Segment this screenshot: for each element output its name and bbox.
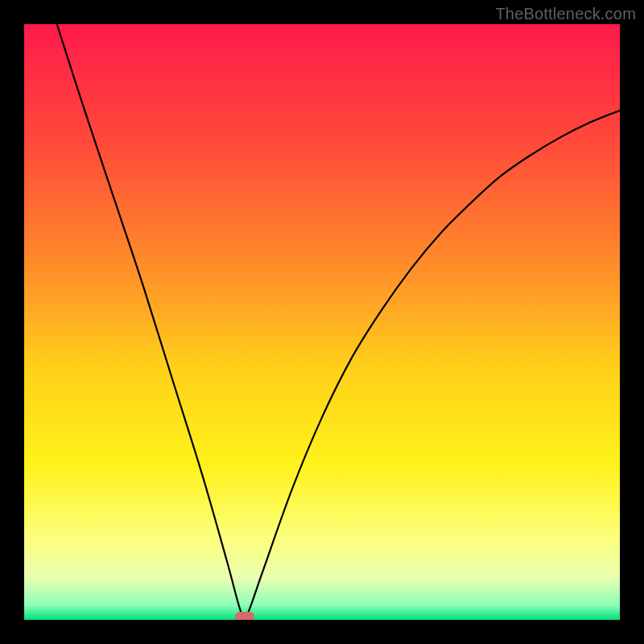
plot-area xyxy=(24,24,620,620)
chart-frame: TheBottleneck.com xyxy=(0,0,644,644)
watermark-text: TheBottleneck.com xyxy=(495,5,636,23)
minimum-marker xyxy=(235,612,254,620)
bottleneck-curve xyxy=(24,24,620,620)
